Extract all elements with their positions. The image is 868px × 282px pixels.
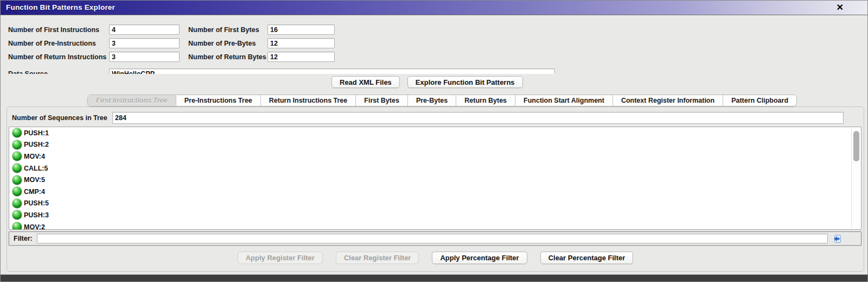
apply-percentage-filter-button[interactable]: Apply Percentage Filter xyxy=(432,252,527,264)
return-bytes-label: Number of Return Bytes xyxy=(188,53,267,61)
clipped-data-source-row: Data Source xyxy=(8,68,605,74)
function-bit-patterns-explorer-window: Function Bit Patterns Explorer ✕ Number … xyxy=(0,0,868,282)
tree-item-label: PUSH:5 xyxy=(24,199,49,207)
tree-node-icon xyxy=(12,222,22,230)
tree-node-icon xyxy=(12,187,22,196)
filter-button-row: Apply Register Filter Clear Register Fil… xyxy=(7,252,864,264)
first-bytes-field[interactable] xyxy=(267,24,335,35)
first-instructions-field[interactable] xyxy=(109,24,180,35)
param-row: Number of Return Instructions Number of … xyxy=(8,52,605,62)
tab-pre-bytes[interactable]: Pre-Bytes xyxy=(408,95,456,106)
tree-item-label: PUSH:3 xyxy=(24,211,49,219)
tab-first-instructions-tree[interactable]: First Instructions Tree xyxy=(88,95,176,106)
tree-item[interactable]: CALL:5 xyxy=(9,162,861,174)
tree-item-label: MOV:4 xyxy=(24,153,45,160)
pre-instructions-label: Number of Pre-Instructions xyxy=(8,40,109,47)
pre-bytes-field[interactable] xyxy=(267,38,335,48)
pre-bytes-label: Number of Pre-Bytes xyxy=(188,40,267,47)
tab-return-instructions-tree[interactable]: Return Instructions Tree xyxy=(261,95,356,106)
clear-percentage-filter-button[interactable]: Clear Percentage Filter xyxy=(540,252,634,264)
tree-item[interactable]: MOV:2 xyxy=(9,221,861,230)
apply-register-filter-button: Apply Register Filter xyxy=(238,252,323,264)
parameters-form: Number of First Instructions Number of F… xyxy=(8,24,605,74)
tree-node-icon xyxy=(12,152,22,161)
tree-node-icon xyxy=(12,140,22,149)
tab-first-bytes[interactable]: First Bytes xyxy=(356,95,408,106)
instruction-sequence-tree[interactable]: PUSH:1 PUSH:2 MOV:4 CALL:5 MOV:5 CMP:4 xyxy=(9,127,861,230)
pre-instructions-field[interactable] xyxy=(109,38,180,48)
filter-input[interactable] xyxy=(37,234,828,243)
read-xml-files-button[interactable]: Read XML Files xyxy=(331,76,400,88)
tree-item-label: MOV:5 xyxy=(24,176,45,184)
tree-node-icon xyxy=(12,210,22,220)
tree-item-label: CALL:5 xyxy=(24,165,48,172)
sequences-label: Number of Sequences in Tree xyxy=(12,114,112,122)
tree-node-icon xyxy=(12,199,22,208)
sequences-row: Number of Sequences in Tree xyxy=(12,112,844,124)
tab-bar: First Instructions Tree Pre-Instructions… xyxy=(87,95,797,106)
tree-node-icon xyxy=(12,176,22,185)
tree-item[interactable]: CMP:4 xyxy=(9,186,861,198)
action-button-row: Read XML Files Explore Function Bit Patt… xyxy=(331,76,523,88)
data-source-label: Data Source xyxy=(8,70,109,74)
tree-item[interactable]: MOV:4 xyxy=(9,151,861,162)
tab-return-bytes[interactable]: Return Bytes xyxy=(456,95,515,106)
filter-options-icon[interactable] xyxy=(832,234,841,243)
tab-function-start-alignment[interactable]: Function Start Alignment xyxy=(515,95,613,106)
tree-item[interactable]: PUSH:3 xyxy=(9,209,861,221)
tab-pre-instructions-tree[interactable]: Pre-Instructions Tree xyxy=(176,95,261,106)
filter-label: Filter: xyxy=(14,235,33,242)
tree-item-label: CMP:4 xyxy=(24,188,45,196)
tab-context-register-information[interactable]: Context Register Information xyxy=(613,95,723,106)
clear-register-filter-button: Clear Register Filter xyxy=(336,252,419,264)
return-instructions-field[interactable] xyxy=(109,52,180,62)
sequences-field[interactable] xyxy=(112,112,844,124)
tree-item-label: PUSH:1 xyxy=(24,129,49,137)
first-bytes-label: Number of First Bytes xyxy=(188,26,267,34)
scrollbar-thumb[interactable] xyxy=(853,131,859,161)
param-row: Number of First Instructions Number of F… xyxy=(8,24,605,35)
tab-content-panel: Number of Sequences in Tree PUSH:1 PUSH:… xyxy=(7,106,864,272)
window-title: Function Bit Patterns Explorer xyxy=(6,3,115,11)
tree-item-label: PUSH:2 xyxy=(24,141,49,148)
explore-function-bit-patterns-button[interactable]: Explore Function Bit Patterns xyxy=(407,76,523,88)
close-icon[interactable]: ✕ xyxy=(837,2,844,13)
tree-item[interactable]: MOV:5 xyxy=(9,174,861,186)
tree-item[interactable]: PUSH:2 xyxy=(9,139,861,151)
window-bottom-edge xyxy=(1,274,867,281)
return-bytes-field[interactable] xyxy=(267,52,335,62)
tree-node-icon xyxy=(12,128,22,137)
data-source-field[interactable] xyxy=(109,68,555,74)
tab-pattern-clipboard[interactable]: Pattern Clipboard xyxy=(723,95,796,106)
filter-bar: Filter: xyxy=(9,231,861,246)
tree-node-icon xyxy=(12,164,22,173)
window-titlebar[interactable]: Function Bit Patterns Explorer ✕ xyxy=(1,1,867,15)
first-instructions-label: Number of First Instructions xyxy=(8,26,109,34)
tree-item[interactable]: PUSH:1 xyxy=(9,127,861,139)
return-instructions-label: Number of Return Instructions xyxy=(8,53,109,61)
tree-item-label: MOV:2 xyxy=(24,223,45,230)
param-row: Number of Pre-Instructions Number of Pre… xyxy=(8,38,605,48)
tree-item[interactable]: PUSH:5 xyxy=(9,198,861,210)
tree-vertical-scrollbar[interactable] xyxy=(851,128,860,229)
